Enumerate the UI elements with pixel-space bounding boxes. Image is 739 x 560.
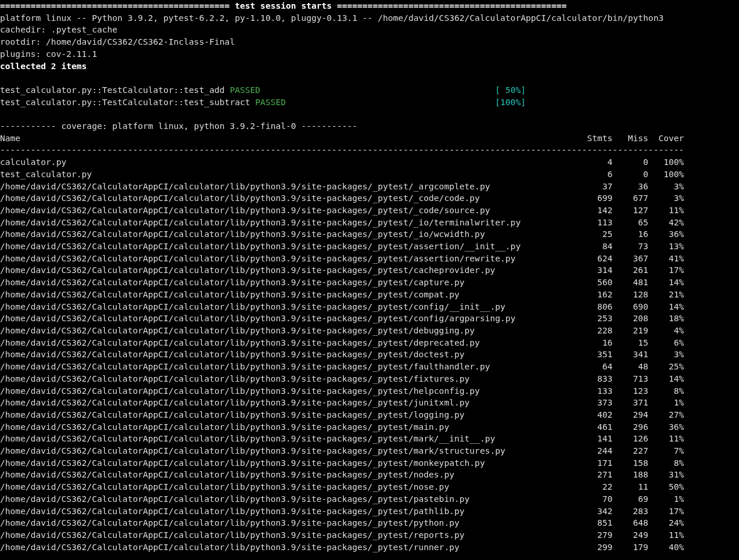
terminal-output: ========================================…	[0, 0, 739, 553]
test-name: test_calculator.py::TestCalculator::test…	[0, 97, 255, 107]
coverage-row: /home/david/CS362/CalculatorAppCI/calcul…	[0, 349, 684, 359]
coverage-row: /home/david/CS362/CalculatorAppCI/calcul…	[0, 193, 684, 203]
coverage-row: /home/david/CS362/CalculatorAppCI/calcul…	[0, 265, 684, 275]
coverage-row: /home/david/CS362/CalculatorAppCI/calcul…	[0, 518, 684, 527]
coverage-row: /home/david/CS362/CalculatorAppCI/calcul…	[0, 446, 684, 455]
coverage-row: /home/david/CS362/CalculatorAppCI/calcul…	[0, 253, 684, 263]
test-result-line: test_calculator.py::TestCalculator::test…	[0, 85, 526, 95]
coverage-row: /home/david/CS362/CalculatorAppCI/calcul…	[0, 542, 684, 552]
coverage-row: /home/david/CS362/CalculatorAppCI/calcul…	[0, 181, 684, 191]
coverage-row: calculator.py 4 0 100%	[0, 157, 684, 167]
coverage-row: /home/david/CS362/CalculatorAppCI/calcul…	[0, 277, 684, 287]
test-status: PASSED	[255, 97, 286, 107]
coverage-row: /home/david/CS362/CalculatorAppCI/calcul…	[0, 433, 684, 443]
coverage-row: /home/david/CS362/CalculatorAppCI/calcul…	[0, 482, 684, 491]
coverage-row: /home/david/CS362/CalculatorAppCI/calcul…	[0, 241, 684, 251]
coverage-row: test_calculator.py 6 0 100%	[0, 169, 684, 179]
coverage-row: /home/david/CS362/CalculatorAppCI/calcul…	[0, 374, 684, 383]
coverage-header: Name Stmts Miss Cover	[0, 133, 684, 143]
test-progress: [ 50%]	[495, 85, 526, 95]
test-name: test_calculator.py::TestCalculator::test…	[0, 85, 229, 95]
coverage-row: /home/david/CS362/CalculatorAppCI/calcul…	[0, 422, 684, 432]
coverage-row: /home/david/CS362/CalculatorAppCI/calcul…	[0, 397, 684, 407]
plugins-line: plugins: cov-2.11.1	[0, 49, 97, 59]
coverage-row: /home/david/CS362/CalculatorAppCI/calcul…	[0, 301, 684, 311]
coverage-row: /home/david/CS362/CalculatorAppCI/calcul…	[0, 506, 684, 516]
coverage-row: /home/david/CS362/CalculatorAppCI/calcul…	[0, 530, 684, 540]
collected-line: collected 2 items	[0, 61, 87, 71]
coverage-row: /home/david/CS362/CalculatorAppCI/calcul…	[0, 386, 684, 396]
rootdir-line: rootdir: /home/david/CS362/CS362-Inclass…	[0, 37, 235, 46]
test-status: PASSED	[229, 85, 260, 95]
coverage-row: /home/david/CS362/CalculatorAppCI/calcul…	[0, 361, 684, 371]
coverage-row: /home/david/CS362/CalculatorAppCI/calcul…	[0, 338, 684, 347]
coverage-banner: ----------- coverage: platform linux, py…	[0, 121, 357, 131]
cachedir-line: cachedir: .pytest_cache	[0, 24, 117, 34]
coverage-row: /home/david/CS362/CalculatorAppCI/calcul…	[0, 229, 684, 239]
coverage-row: /home/david/CS362/CalculatorAppCI/calcul…	[0, 410, 684, 419]
coverage-row: /home/david/CS362/CalculatorAppCI/calcul…	[0, 458, 684, 468]
platform-line: platform linux -- Python 3.9.2, pytest-6…	[0, 13, 663, 23]
coverage-row: /home/david/CS362/CalculatorAppCI/calcul…	[0, 217, 684, 227]
test-progress: [100%]	[495, 97, 526, 107]
session-start-line: ========================================…	[0, 1, 566, 10]
coverage-row: /home/david/CS362/CalculatorAppCI/calcul…	[0, 313, 684, 323]
coverage-row: /home/david/CS362/CalculatorAppCI/calcul…	[0, 325, 684, 335]
coverage-row: /home/david/CS362/CalculatorAppCI/calcul…	[0, 494, 684, 504]
coverage-row: /home/david/CS362/CalculatorAppCI/calcul…	[0, 205, 684, 215]
test-result-line: test_calculator.py::TestCalculator::test…	[0, 97, 526, 107]
coverage-row: /home/david/CS362/CalculatorAppCI/calcul…	[0, 469, 684, 479]
coverage-divider: ----------------------------------------…	[0, 145, 684, 155]
coverage-row: /home/david/CS362/CalculatorAppCI/calcul…	[0, 289, 684, 299]
